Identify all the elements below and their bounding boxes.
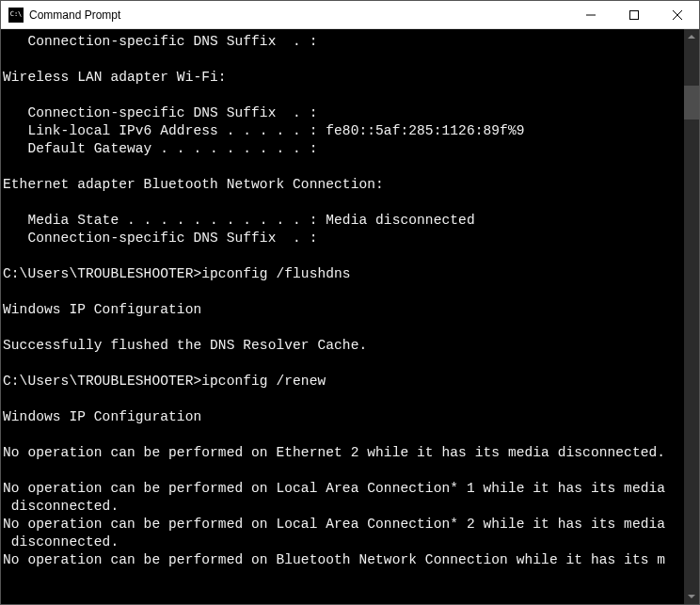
- minimize-button[interactable]: [569, 1, 612, 28]
- close-button[interactable]: [656, 1, 699, 28]
- scroll-thumb[interactable]: [684, 86, 699, 119]
- terminal-area: Connection-specific DNS Suffix . : Wirel…: [1, 29, 699, 604]
- close-icon: [673, 10, 682, 20]
- cmd-icon: [8, 8, 24, 23]
- titlebar[interactable]: Command Prompt: [1, 1, 699, 29]
- scrollbar[interactable]: [684, 29, 699, 604]
- svg-rect-1: [630, 10, 639, 19]
- maximize-button[interactable]: [612, 1, 656, 28]
- terminal-output[interactable]: Connection-specific DNS Suffix . : Wirel…: [1, 29, 684, 604]
- minimize-icon: [586, 10, 596, 20]
- chevron-down-icon: [688, 595, 695, 598]
- scroll-up-button[interactable]: [684, 29, 699, 44]
- window-title: Command Prompt: [29, 8, 569, 22]
- scroll-down-button[interactable]: [684, 589, 699, 604]
- chevron-up-icon: [688, 35, 695, 39]
- window-controls: [569, 1, 699, 28]
- maximize-icon: [629, 10, 639, 20]
